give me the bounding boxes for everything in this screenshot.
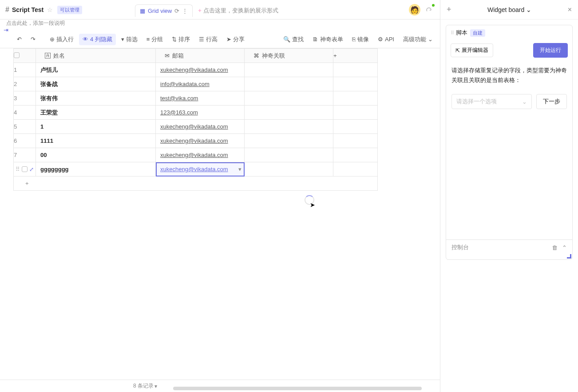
drag-handle-icon[interactable]: ⠿ <box>451 30 453 36</box>
row-number[interactable]: 3 <box>14 91 36 106</box>
advanced-button[interactable]: 高级功能⌄ <box>400 34 436 45</box>
table-row[interactable]: 1卢恬儿xukecheng@vikadata.com <box>14 63 378 77</box>
cell-name[interactable]: 张备战 <box>36 77 156 91</box>
widget-panel-title[interactable]: Widget board ⌄ <box>455 6 564 13</box>
resize-handle[interactable] <box>567 254 571 259</box>
toolbar: ↶ ↷ ⊕插入行 👁4 列隐藏 ▾筛选 ≡分组 ⇅排序 ☰行高 ➤分享 🔍查找 … <box>0 31 440 48</box>
dropdown-icon[interactable]: ▾ <box>238 166 241 172</box>
sync-icon[interactable] <box>423 4 435 16</box>
find-button[interactable]: 🔍查找 <box>280 34 307 45</box>
add-column-button[interactable]: + <box>333 49 378 63</box>
refresh-icon[interactable]: ⟳ <box>174 8 179 14</box>
plus-icon: + <box>333 52 337 59</box>
chevron-up-icon[interactable]: ⌃ <box>562 244 567 251</box>
row-number[interactable]: 2 <box>14 77 36 91</box>
cell-email[interactable]: xukecheng@vikadata.com <box>156 148 245 162</box>
share-button[interactable]: ➤分享 <box>223 34 248 45</box>
link-icon: ⌘ <box>253 52 259 59</box>
cell-empty <box>333 120 378 134</box>
plus-icon: + <box>198 7 202 14</box>
cell-empty <box>333 162 378 176</box>
trash-icon[interactable]: 🗑 <box>552 244 558 251</box>
expand-sidebar-icon[interactable]: ⇥ <box>2 26 10 34</box>
drag-handle-icon[interactable]: ⠿ <box>16 166 20 172</box>
cell-magiclink[interactable] <box>245 63 333 77</box>
header-check[interactable] <box>14 49 36 63</box>
table-row[interactable]: 700xukecheng@vikadata.com <box>14 148 378 162</box>
chevron-down-icon: ⌄ <box>526 6 531 13</box>
cell-name[interactable]: 1111 <box>36 134 156 148</box>
view-tab-grid[interactable]: ▦ Grid view ⟳ ⋮ <box>135 4 193 17</box>
row-number[interactable]: 7 <box>14 148 36 162</box>
cell-name[interactable]: 张有伟 <box>36 91 156 106</box>
api-button[interactable]: ⚙API <box>374 34 398 44</box>
row-number[interactable]: 4 <box>14 106 36 120</box>
undo-button[interactable]: ↶ <box>13 34 25 44</box>
close-panel-button[interactable]: × <box>568 6 572 14</box>
cell-name[interactable]: gggggggg <box>36 162 156 176</box>
cell-email[interactable]: xukecheng@vikadata.com ▾ <box>156 162 245 176</box>
mirror-button[interactable]: ⎘镜像 <box>348 34 372 45</box>
cell-name[interactable]: 00 <box>36 148 156 162</box>
cell-magiclink[interactable] <box>245 106 333 120</box>
row-number[interactable]: 5 <box>14 120 36 134</box>
expand-row-icon[interactable]: ⤢ <box>29 166 34 172</box>
row-number[interactable]: 1 <box>14 63 36 77</box>
cell-name[interactable]: 王荣堂 <box>36 106 156 120</box>
cell-magiclink[interactable] <box>245 77 333 91</box>
share-icon: ➤ <box>226 36 231 43</box>
filter-button[interactable]: ▾筛选 <box>118 34 141 45</box>
magic-form-button[interactable]: 🗎神奇表单 <box>309 34 347 45</box>
cell-email[interactable]: 123@163.com <box>156 106 245 120</box>
insert-row-button[interactable]: ⊕插入行 <box>46 34 77 45</box>
header-magiclink[interactable]: ⌘神奇关联 <box>245 49 333 63</box>
cell-name[interactable]: 1 <box>36 120 156 134</box>
start-run-button[interactable]: 开始运行 <box>533 43 568 58</box>
table-row[interactable]: 61111xukecheng@vikadata.com <box>14 134 378 148</box>
cell-email[interactable]: xukecheng@vikadata.com <box>156 120 245 134</box>
horizontal-scrollbar[interactable] <box>173 387 422 390</box>
add-widget-button[interactable]: + <box>447 5 451 14</box>
row-checkbox[interactable] <box>22 166 28 172</box>
group-icon: ≡ <box>146 36 150 43</box>
doc-title[interactable]: Script Test <box>12 6 44 13</box>
table-row[interactable]: 4王荣堂123@163.com <box>14 106 378 120</box>
group-button[interactable]: ≡分组 <box>143 34 167 45</box>
cell-email[interactable]: xukecheng@vikadata.com <box>156 134 245 148</box>
table-region: 🄰姓名 ✉邮箱 ⌘神奇关联 + 1卢恬儿xukecheng@vikadata.c… <box>0 48 440 380</box>
next-button[interactable]: 下一步 <box>536 94 567 109</box>
table-row[interactable]: 3张有伟test@vika.com <box>14 91 378 106</box>
more-icon[interactable]: ⋮ <box>182 8 188 14</box>
chevron-down-icon[interactable]: ▾ <box>154 383 157 389</box>
doc-subtitle[interactable]: 点击此处，添加一段说明 <box>0 20 440 31</box>
sort-icon: ⇅ <box>172 36 177 43</box>
row-number[interactable]: 6 <box>14 134 36 148</box>
add-row-button[interactable]: + <box>14 176 378 191</box>
hidden-columns-button[interactable]: 👁4 列隐藏 <box>79 34 116 45</box>
cell-magiclink[interactable] <box>245 134 333 148</box>
table-row[interactable]: ⠿⤢ggggggggxukecheng@vikadata.com ▾ <box>14 162 378 176</box>
row-number[interactable]: ⠿⤢ <box>14 162 36 176</box>
add-view-hint[interactable]: + 点击这里，变换新的展示形式 <box>198 7 278 15</box>
text-field-icon: 🄰 <box>45 52 51 59</box>
cell-magiclink[interactable] <box>245 162 333 176</box>
sort-button[interactable]: ⇅排序 <box>168 34 194 45</box>
cell-magiclink[interactable] <box>245 120 333 134</box>
expand-editor-button[interactable]: ⇱ 展开编辑器 <box>451 43 493 57</box>
cell-name[interactable]: 卢恬儿 <box>36 63 156 77</box>
cell-email[interactable]: info@vikadata.com <box>156 77 245 91</box>
redo-button[interactable]: ↷ <box>27 34 39 44</box>
table-row[interactable]: 2张备战info@vikadata.com <box>14 77 378 91</box>
cell-email[interactable]: test@vika.com <box>156 91 245 106</box>
table-row[interactable]: 51xukecheng@vikadata.com <box>14 120 378 134</box>
cell-email[interactable]: xukecheng@vikadata.com <box>156 63 245 77</box>
widget-name: 脚本 <box>456 29 467 37</box>
cell-magiclink[interactable] <box>245 148 333 162</box>
field-select[interactable]: 请选择一个选项 ⌄ <box>451 94 532 109</box>
star-icon[interactable]: ☆ <box>47 6 53 13</box>
rowheight-button[interactable]: ☰行高 <box>195 34 221 45</box>
cell-magiclink[interactable] <box>245 91 333 106</box>
header-name[interactable]: 🄰姓名 <box>36 49 156 63</box>
avatar[interactable]: 🧑 <box>409 4 420 16</box>
header-email[interactable]: ✉邮箱 <box>156 49 245 63</box>
